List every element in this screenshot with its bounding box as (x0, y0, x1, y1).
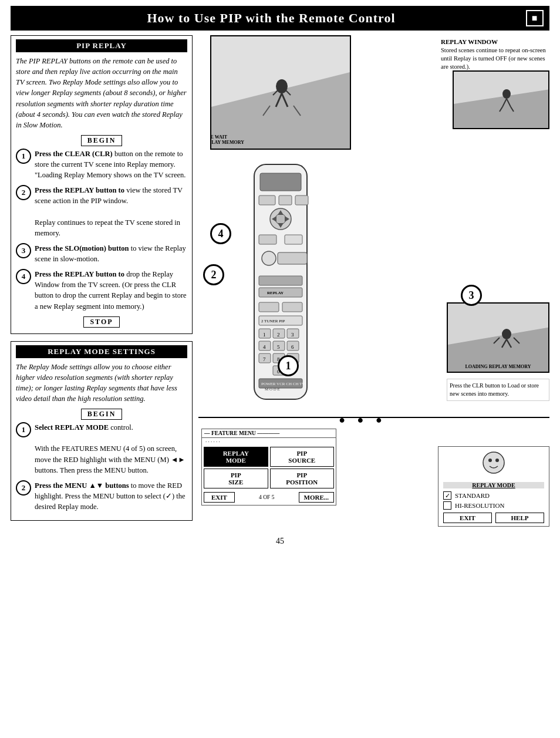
svg-point-29 (262, 251, 276, 265)
fm-exit-btn[interactable]: EXIT (204, 492, 235, 503)
left-column: PIP REPLAY The PIP REPLAY buttons on the… (11, 35, 193, 528)
mode-step-num-2: 2 (16, 480, 31, 496)
replay-option-standard[interactable]: ✓ STANDARD (443, 491, 544, 500)
replay-window-text: Stored scenes continue to repeat on-scre… (441, 46, 549, 72)
mode-step-content-1: Select REPLAY MODE control. With the FEA… (35, 422, 187, 476)
step-content-1: Press the CLEAR (CLR) button on the remo… (35, 149, 187, 180)
right-column: PLEASE WAIT LOADING REPLAY MEMORY REPLAY… (198, 35, 549, 528)
remote-badge-2: 2 (203, 264, 224, 285)
step-content-4: Press the REPLAY button to drop the Repl… (35, 269, 187, 312)
replay-mode-buttons: EXIT HELP (443, 513, 544, 523)
main-title-text: How to Use PIP with the Remote Control (16, 11, 526, 26)
step-3-bold: Press the SLO(motion) button (35, 244, 129, 252)
please-wait-text: PLEASE WAIT LOADING REPLAY MEMORY (210, 134, 281, 145)
step-1: 1 Press the CLEAR (CLR) button on the re… (16, 149, 187, 180)
mode-step-num-1: 1 (16, 422, 31, 437)
replay-window-title: REPLAY WINDOW (441, 38, 549, 45)
step-4: 4 Press the REPLAY button to drop the Re… (16, 269, 187, 312)
svg-rect-17 (260, 173, 301, 191)
replay-option-hiresolution[interactable]: HI-RESOLUTION (443, 501, 544, 510)
rm-exit-btn[interactable]: EXIT (443, 513, 492, 523)
feature-menu-panel: — FEATURE MENU ———— · · · · · · REPLAYMO… (201, 429, 336, 506)
replay-mode-intro: The Replay Mode settings allow you to ch… (16, 362, 187, 405)
begin-box-1: BEGIN (16, 135, 187, 146)
replay-mode-header: REPLAY MODE SETTINGS (16, 345, 187, 358)
svg-rect-18 (259, 196, 275, 205)
svg-rect-20 (295, 196, 308, 205)
svg-text:5: 5 (277, 344, 280, 350)
ski-scene-main-svg (211, 36, 351, 150)
pip-replay-intro: The PIP REPLAY buttons on the remote can… (16, 56, 187, 130)
ski-scene-small-1 (453, 70, 549, 129)
replay-mode-section: REPLAY MODE SETTINGS The Replay Mode set… (11, 341, 193, 521)
svg-rect-28 (285, 235, 302, 244)
feature-menu-title: — FEATURE MENU ———— (202, 429, 336, 438)
replay-mode-icon (479, 450, 508, 476)
ski-scene-small-1-svg (454, 72, 549, 129)
svg-point-22 (275, 214, 286, 224)
step-1-bold: Press the CLEAR (CLR) (35, 150, 113, 158)
mode-step-2-bold: Press the MENU ▲▼ buttons (35, 481, 129, 490)
stop-box: STOP (16, 316, 187, 328)
svg-point-63 (502, 329, 511, 339)
clr-note: Press the CLR button to Load or store ne… (447, 379, 549, 401)
fm-more-btn[interactable]: MORE... (299, 492, 334, 503)
pip-replay-section: PIP REPLAY The PIP REPLAY buttons on the… (11, 35, 193, 334)
mode-step-1: 1 Select REPLAY MODE control. With the F… (16, 422, 187, 476)
pip-replay-header: PIP REPLAY (16, 39, 187, 52)
dot-connectors: ● ● ● (339, 414, 387, 426)
svg-text:4: 4 (263, 344, 266, 350)
svg-text:2: 2 (277, 332, 280, 338)
rm-help-btn[interactable]: HELP (495, 513, 544, 523)
svg-rect-27 (259, 235, 276, 244)
mode-step-1-bold: Select REPLAY MODE (35, 423, 109, 432)
svg-text:6: 6 (291, 344, 294, 350)
svg-text:POWER VCR CH CH TV: POWER VCR CH CH TV (261, 382, 305, 386)
ski-scene-bottom: LOADING REPLAY MEMORY (447, 302, 549, 373)
fm-cell-pip-size: PIPSIZE (204, 469, 268, 488)
svg-point-69 (488, 459, 492, 462)
feature-menu-grid: REPLAYMODE PIPSOURCE PIPSIZE PIPPOSITION (202, 445, 336, 490)
fm-cell-replay-mode: REPLAYMODE (204, 447, 268, 467)
replay-mode-panel-title: REPLAY MODE (443, 482, 544, 488)
step-num-1: 1 (16, 149, 31, 164)
begin-box-2: BEGIN (16, 409, 187, 420)
svg-point-11 (502, 89, 511, 99)
svg-text:3: 3 (291, 332, 294, 338)
page-number: 45 (11, 537, 549, 546)
begin-badge-2: BEGIN (81, 409, 123, 420)
svg-text:1: 1 (263, 332, 266, 338)
svg-rect-30 (278, 252, 307, 264)
svg-rect-19 (279, 196, 292, 205)
svg-rect-34 (259, 302, 279, 312)
step-content-2: Press the REPLAY button to view the stor… (35, 185, 187, 238)
fm-count: 4 OF 5 (259, 494, 274, 500)
svg-rect-31 (259, 276, 302, 285)
svg-point-68 (483, 452, 504, 473)
svg-point-70 (495, 459, 499, 462)
remote-badge-3: 3 (461, 285, 482, 306)
svg-text:M  O  D  E: M O D E (265, 387, 280, 392)
replay-mode-subpanel: REPLAY MODE ✓ STANDARD HI-RESOLUTION EXI… (438, 446, 549, 527)
step-4-bold: Press the REPLAY button to (35, 270, 124, 278)
svg-text:2 TUNER PIP: 2 TUNER PIP (261, 319, 285, 323)
ski-scene-bottom-svg (448, 304, 549, 373)
step-content-3: Press the SLO(motion) button to view the… (35, 243, 187, 264)
svg-text:REPLAY: REPLAY (267, 291, 284, 295)
fm-cell-pip-position: PIPPOSITION (270, 469, 335, 488)
loading-replay-label: LOADING REPLAY MEMORY (448, 364, 548, 369)
checkbox-standard[interactable]: ✓ (443, 491, 451, 500)
fm-cell-pip-source: PIPSOURCE (270, 447, 335, 467)
step-3: 3 Press the SLO(motion) button to view t… (16, 243, 187, 264)
begin-badge-1: BEGIN (81, 135, 123, 146)
replay-mode-icon-area (443, 450, 544, 478)
remote-badge-4: 4 (210, 223, 231, 244)
feature-menu-bottom: EXIT 4 OF 5 MORE... (202, 490, 336, 505)
step-num-4: 4 (16, 269, 31, 284)
step-2: 2 Press the REPLAY button to view the st… (16, 185, 187, 238)
step-num-3: 3 (16, 243, 31, 258)
checkbox-hiresolution[interactable] (443, 501, 451, 510)
page-wrapper: How to Use PIP with the Remote Control ■… (0, 0, 560, 555)
mode-step-2: 2 Press the MENU ▲▼ buttons to move the … (16, 480, 187, 512)
step-2-bold: Press the REPLAY button to (35, 186, 124, 194)
